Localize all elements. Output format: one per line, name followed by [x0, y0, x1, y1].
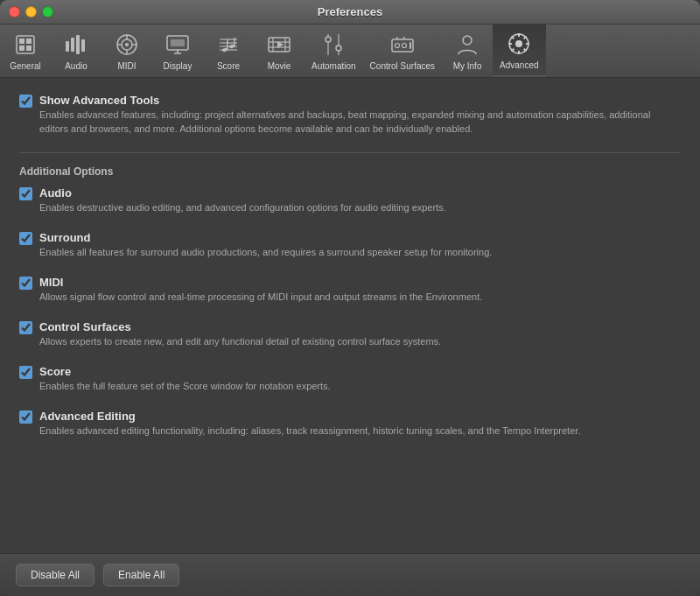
toolbar: General Audio MIDI — [0, 25, 700, 78]
midi-checkbox[interactable] — [19, 277, 32, 290]
score-option-text: Score Enables the full feature set of th… — [39, 365, 331, 394]
advanced-icon — [505, 30, 533, 58]
svg-line-54 — [524, 49, 527, 52]
svg-point-37 — [336, 46, 341, 51]
score-checkbox-wrap[interactable] — [19, 366, 32, 382]
control-surfaces-checkbox-wrap[interactable] — [19, 321, 32, 338]
divider — [19, 152, 681, 153]
toolbar-item-my-info-label: My Info — [453, 61, 482, 71]
svg-rect-3 — [19, 46, 24, 51]
svg-rect-43 — [410, 42, 411, 49]
svg-point-11 — [125, 43, 129, 46]
svg-rect-5 — [66, 41, 69, 52]
audio-checkbox-wrap[interactable] — [19, 187, 32, 204]
show-advanced-tools-desc: Enables advanced features, including: pr… — [39, 109, 669, 137]
toolbar-item-midi-label: MIDI — [117, 61, 136, 71]
midi-option-text: MIDI Allows signal flow control and real… — [39, 276, 482, 305]
score-checkbox[interactable] — [19, 366, 32, 379]
toolbar-item-display[interactable]: Display — [152, 25, 203, 77]
minimize-button[interactable] — [25, 6, 37, 18]
main-content: Show Advanced Tools Enables advanced fea… — [0, 78, 700, 553]
score-icon — [214, 31, 242, 59]
toolbar-item-control-surfaces[interactable]: Control Surfaces — [363, 25, 442, 77]
toolbar-item-my-info[interactable]: My Info — [442, 25, 493, 77]
audio-option-title: Audio — [39, 186, 446, 200]
svg-line-55 — [524, 37, 527, 39]
close-button[interactable] — [9, 6, 20, 18]
midi-checkbox-wrap[interactable] — [19, 277, 32, 293]
bottom-bar: Disable All Enable All — [0, 553, 700, 595]
svg-rect-2 — [26, 39, 32, 44]
show-advanced-tools-checkbox-wrap[interactable] — [19, 95, 32, 111]
window-controls[interactable] — [9, 6, 53, 18]
toolbar-item-movie[interactable]: Movie — [254, 25, 304, 77]
audio-option-text: Audio Enables destructive audio editing,… — [39, 186, 446, 215]
svg-point-41 — [395, 44, 399, 48]
disable-all-button[interactable]: Disable All — [16, 564, 94, 586]
automation-icon — [319, 31, 347, 59]
my-info-icon — [453, 31, 481, 59]
toolbar-item-score[interactable]: Score — [203, 25, 254, 77]
toolbar-item-display-label: Display — [164, 61, 192, 71]
movie-icon — [265, 31, 293, 59]
titlebar: Preferences — [0, 0, 700, 25]
audio-checkbox[interactable] — [19, 187, 32, 200]
toolbar-item-automation[interactable]: Automation — [304, 25, 363, 77]
audio-icon — [62, 31, 90, 59]
svg-rect-8 — [81, 39, 85, 52]
additional-options-header: Additional Options — [19, 165, 681, 178]
show-advanced-tools-row: Show Advanced Tools Enables advanced fea… — [19, 94, 681, 137]
advanced-editing-option-row: Advanced Editing Enables advanced editin… — [19, 410, 681, 438]
svg-point-42 — [402, 44, 406, 48]
control-surfaces-icon — [388, 31, 416, 59]
midi-icon — [113, 31, 141, 59]
surround-option-row: Surround Enables all features for surrou… — [19, 231, 681, 260]
svg-point-34 — [326, 37, 331, 42]
toolbar-item-automation-label: Automation — [312, 61, 356, 71]
midi-option-row: MIDI Allows signal flow control and real… — [19, 276, 681, 305]
svg-point-46 — [463, 36, 472, 45]
toolbar-item-midi[interactable]: MIDI — [102, 25, 152, 77]
toolbar-item-score-label: Score — [217, 61, 240, 71]
midi-option-title: MIDI — [39, 276, 482, 289]
score-option-desc: Enables the full feature set of the Scor… — [39, 380, 331, 394]
score-option-row: Score Enables the full feature set of th… — [19, 365, 681, 394]
svg-point-48 — [515, 40, 522, 47]
toolbar-item-control-surfaces-label: Control Surfaces — [370, 61, 435, 71]
surround-option-desc: Enables all features for surround audio … — [39, 246, 492, 260]
toolbar-item-general[interactable]: General — [0, 25, 51, 77]
control-surfaces-option-row: Control Surfaces Allows experts to creat… — [19, 320, 681, 349]
advanced-editing-option-text: Advanced Editing Enables advanced editin… — [39, 410, 580, 438]
toolbar-item-movie-label: Movie — [268, 61, 291, 71]
toolbar-item-audio[interactable]: Audio — [51, 25, 102, 77]
maximize-button[interactable] — [42, 6, 53, 18]
toolbar-item-general-label: General — [10, 61, 41, 71]
svg-rect-6 — [71, 38, 74, 52]
advanced-editing-checkbox[interactable] — [19, 410, 32, 424]
general-icon — [11, 31, 39, 59]
show-advanced-tools-checkbox[interactable] — [19, 95, 32, 108]
surround-checkbox-wrap[interactable] — [19, 232, 32, 249]
advanced-editing-option-title: Advanced Editing — [39, 410, 580, 423]
toolbar-item-advanced-label: Advanced — [500, 60, 538, 70]
svg-line-53 — [512, 37, 514, 39]
control-surfaces-option-desc: Allows experts to create new, and edit a… — [39, 335, 441, 349]
svg-line-56 — [512, 49, 514, 52]
advanced-editing-checkbox-wrap[interactable] — [19, 410, 32, 427]
show-advanced-tools-title: Show Advanced Tools — [39, 94, 669, 107]
svg-rect-4 — [26, 46, 32, 51]
surround-option-text: Surround Enables all features for surrou… — [39, 231, 492, 260]
enable-all-button[interactable]: Enable All — [103, 564, 179, 586]
control-surfaces-checkbox[interactable] — [19, 321, 32, 334]
surround-option-title: Surround — [39, 231, 492, 244]
show-advanced-tools-text: Show Advanced Tools Enables advanced fea… — [39, 94, 669, 137]
advanced-editing-option-desc: Enables advanced editing functionality, … — [39, 424, 580, 438]
score-option-title: Score — [39, 365, 331, 378]
svg-rect-1 — [19, 39, 24, 44]
control-surfaces-option-text: Control Surfaces Allows experts to creat… — [39, 320, 441, 349]
surround-checkbox[interactable] — [19, 232, 32, 245]
toolbar-item-advanced[interactable]: Advanced — [493, 25, 545, 77]
audio-option-desc: Enables destructive audio editing, and a… — [39, 201, 446, 215]
display-icon — [164, 31, 192, 59]
svg-rect-19 — [171, 39, 185, 46]
